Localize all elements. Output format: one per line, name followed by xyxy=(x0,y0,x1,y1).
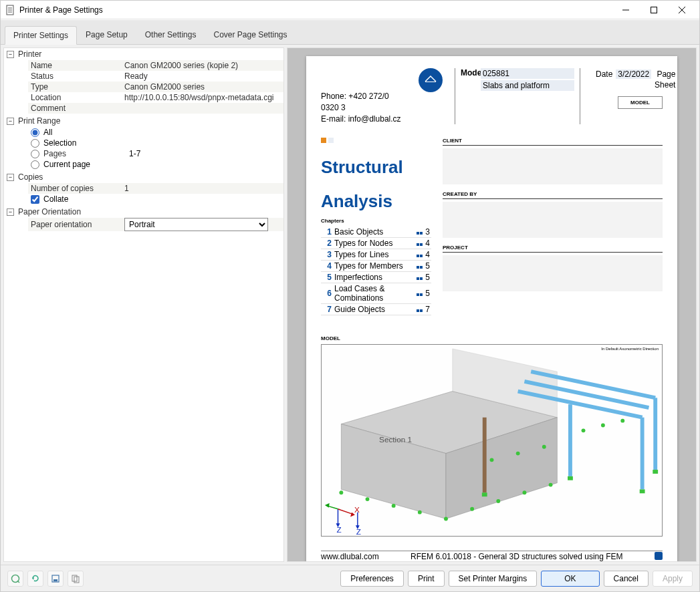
svg-point-26 xyxy=(496,499,500,503)
svg-point-33 xyxy=(601,423,605,427)
printer-type-label: Type xyxy=(31,82,124,92)
set-margins-button[interactable]: Set Printer Margins xyxy=(449,571,538,587)
help-button[interactable] xyxy=(7,571,23,587)
window-title: Printer & Page Settings xyxy=(19,5,612,15)
chapter-row: 4Types for Members 5 xyxy=(321,260,431,271)
svg-rect-35 xyxy=(482,492,487,496)
preferences-button[interactable]: Preferences xyxy=(340,571,404,587)
svg-point-27 xyxy=(523,490,527,494)
svg-point-21 xyxy=(366,497,370,501)
copy-settings-button[interactable] xyxy=(68,571,84,587)
svg-rect-37 xyxy=(640,489,645,493)
svg-point-30 xyxy=(516,451,520,455)
printer-name-value: Canon GM2000 series (kopie 2) xyxy=(124,61,281,70)
svg-line-42 xyxy=(338,508,353,514)
printer-type-value: Canon GM2000 series xyxy=(124,82,281,92)
svg-point-32 xyxy=(582,428,586,432)
printer-location-value: http://10.0.0.15:80/wsd/pnpx-metadata.cg… xyxy=(124,93,281,102)
range-pages-label: Pages xyxy=(43,149,125,158)
svg-point-28 xyxy=(549,482,553,486)
chapters-table: 1Basic Objects 32Types for Nodes 43Types… xyxy=(321,227,431,315)
preview-model-id: 025881 xyxy=(481,68,574,79)
preview-title-1: Structural xyxy=(321,158,433,177)
bottombar: Preferences Print Set Printer Margins OK… xyxy=(1,565,699,591)
collate-checkbox[interactable] xyxy=(31,195,39,204)
collapse-icon[interactable]: − xyxy=(7,208,14,216)
tab-cover-page-settings[interactable]: Cover Page Settings xyxy=(205,25,296,44)
minimize-button[interactable] xyxy=(612,2,639,18)
collate-label: Collate xyxy=(43,194,68,204)
collapse-icon[interactable]: − xyxy=(7,118,14,125)
collapse-icon[interactable]: − xyxy=(7,174,14,181)
footer-logo-icon xyxy=(655,552,663,560)
chapter-row: 7Guide Objects 7 xyxy=(321,303,431,315)
svg-rect-36 xyxy=(568,476,573,480)
chapters-heading: Chapters xyxy=(321,218,433,224)
chapter-row: 3Types for Lines 4 xyxy=(321,249,431,260)
model-heading: MODEL xyxy=(321,335,663,341)
range-selection-label: Selection xyxy=(43,138,76,148)
svg-rect-5 xyxy=(651,7,657,13)
orientation-label: Paper orientation xyxy=(31,220,124,229)
range-current-label: Current page xyxy=(43,160,90,169)
range-all-label: All xyxy=(43,128,52,137)
copies-num-label: Number of copies xyxy=(31,184,124,193)
printer-comment-label: Comment xyxy=(31,104,124,113)
svg-text:Z: Z xyxy=(356,527,361,536)
range-current-radio[interactable] xyxy=(31,160,39,169)
svg-rect-13 xyxy=(483,417,487,492)
printer-status-label: Status xyxy=(31,71,124,81)
print-button[interactable]: Print xyxy=(408,571,445,587)
svg-point-34 xyxy=(620,418,624,422)
orientation-select[interactable]: Portrait xyxy=(124,218,268,231)
ok-button[interactable]: OK xyxy=(541,571,599,587)
tab-other-settings[interactable]: Other Settings xyxy=(136,25,205,44)
close-button[interactable] xyxy=(669,2,695,18)
range-pages-radio[interactable] xyxy=(31,150,39,158)
svg-marker-45 xyxy=(325,503,330,508)
preview-model-button: MODEL xyxy=(618,96,663,109)
svg-text:X: X xyxy=(354,504,360,513)
preview-title-2: Analysis xyxy=(321,192,433,211)
range-all-radio[interactable] xyxy=(31,128,39,137)
client-label: CLIENT xyxy=(443,138,663,146)
group-copies: Copies xyxy=(18,172,43,182)
document-icon xyxy=(5,5,15,15)
footer-version: RFEM 6.01.0018 - General 3D structures s… xyxy=(411,552,622,561)
range-selection-radio[interactable] xyxy=(31,139,39,148)
svg-point-24 xyxy=(444,516,448,521)
chapter-row: 1Basic Objects 3 xyxy=(321,227,431,238)
svg-line-52 xyxy=(17,581,19,583)
svg-point-29 xyxy=(490,458,494,462)
preview-panel: Phone: +420 272/0 0320 3 E-mail: info@dl… xyxy=(287,47,697,562)
structural-model-icon: Section 1 Z Z X xyxy=(322,345,662,536)
save-default-button[interactable] xyxy=(47,571,64,587)
svg-text:Section 1: Section 1 xyxy=(379,435,412,444)
cancel-button[interactable]: Cancel xyxy=(604,571,649,587)
tab-printer-settings[interactable]: Printer Settings xyxy=(5,26,77,45)
group-orientation: Paper Orientation xyxy=(18,207,81,216)
dlubal-logo-icon xyxy=(419,68,443,92)
titlebar: Printer & Page Settings xyxy=(1,1,699,19)
reset-button[interactable] xyxy=(27,571,43,587)
copies-num-value: 1 xyxy=(124,184,281,193)
svg-point-31 xyxy=(542,444,546,448)
apply-button: Apply xyxy=(653,571,693,587)
chapter-row: 2Types for Nodes 4 xyxy=(321,237,431,249)
preview-phone: Phone: +420 272/0 0320 3 xyxy=(321,91,406,114)
collapse-icon[interactable]: − xyxy=(7,51,14,58)
tab-page-setup[interactable]: Page Setup xyxy=(77,25,136,44)
project-label: PROJECT xyxy=(443,245,663,253)
chapter-row: 5Imperfections 5 xyxy=(321,271,431,283)
maximize-button[interactable] xyxy=(640,2,667,18)
svg-point-23 xyxy=(418,510,422,514)
svg-point-20 xyxy=(339,490,343,494)
view-caption: In Default Axonometric Direction xyxy=(601,347,659,351)
client-box xyxy=(443,148,663,184)
settings-panel: − Printer NameCanon GM2000 series (kopie… xyxy=(3,47,284,562)
color-swatches xyxy=(321,138,337,143)
svg-rect-55 xyxy=(53,579,57,581)
svg-rect-38 xyxy=(653,470,658,474)
footer-url: www.dlubal.com xyxy=(321,552,379,561)
model-viewport: In Default Axonometric Direction xyxy=(321,344,663,537)
